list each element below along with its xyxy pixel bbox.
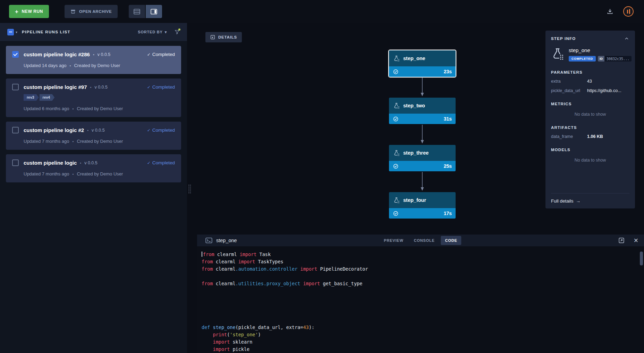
- run-created: Created by Demo User: [77, 106, 123, 111]
- artifact-row: data_frame 1.06 KB: [551, 134, 629, 139]
- sorted-by-dropdown[interactable]: SORTED BY ▾: [138, 30, 167, 34]
- close-panel-button[interactable]: ✕: [634, 238, 638, 244]
- run-card[interactable]: custom pipeline logic #2 v 0.0.5 Complet…: [6, 122, 181, 150]
- dag-edge-arrow: [420, 77, 425, 97]
- code-panel-tabs: PREVIEW CONSOLE CODE: [380, 236, 461, 245]
- topbar-right-group: [607, 6, 635, 17]
- check-circle-icon: [393, 211, 399, 216]
- run-checkbox[interactable]: [12, 51, 19, 58]
- run-status: Completed: [147, 128, 175, 133]
- split-view-button[interactable]: [146, 5, 162, 18]
- dag-edge-arrow: [420, 172, 425, 191]
- pipeline-dag-canvas[interactable]: DETAILS step_one 23s: [197, 23, 545, 235]
- run-updated: Updated 6 months ago: [24, 106, 69, 111]
- filter-active-dot: [178, 28, 180, 31]
- code-panel-header: step_one PREVIEW CONSOLE CODE ✕: [197, 235, 644, 246]
- check-icon: [147, 128, 151, 133]
- details-button[interactable]: DETAILS: [205, 32, 242, 42]
- tab-code[interactable]: CODE: [441, 236, 461, 245]
- run-title: custom pipeline logic: [24, 160, 77, 166]
- node-runtime: 17s: [444, 211, 452, 216]
- chevron-down-icon: ▾: [165, 30, 167, 34]
- plus-icon: +: [15, 9, 19, 15]
- artifacts-section-label: ARTIFACTS: [551, 125, 629, 130]
- clearml-pipelines-app: + NEW RUN OPEN ARCHIVE: [0, 0, 644, 353]
- check-icon: [147, 85, 151, 90]
- parameter-key: extra: [551, 79, 587, 84]
- check-circle-icon: [393, 69, 399, 75]
- archive-icon: [70, 9, 76, 14]
- run-created: Created by Demo User: [77, 171, 123, 176]
- run-version: v 0.0.5: [94, 85, 108, 90]
- dot-separator: [73, 139, 74, 143]
- dot-separator: [87, 128, 88, 132]
- id-label: ID: [598, 56, 604, 61]
- step-id-badge[interactable]: ID 30832c35...: [598, 56, 632, 61]
- select-all-checkbox[interactable]: [7, 29, 14, 35]
- run-status-label: Completed: [152, 52, 175, 57]
- new-run-button[interactable]: + NEW RUN: [9, 5, 49, 18]
- dag-node-step-four[interactable]: step_four 17s: [388, 191, 456, 219]
- run-status: Completed: [147, 84, 175, 90]
- check-icon: [147, 52, 151, 57]
- code-viewer: from clearml import Taskfrom clearml imp…: [197, 246, 644, 353]
- parameter-row: extra 43: [551, 79, 629, 84]
- artifact-key: data_frame: [551, 134, 587, 139]
- table-view-icon: [134, 9, 140, 15]
- run-card[interactable]: custom pipeline logic v 0.0.5 Completed …: [6, 154, 181, 182]
- code-panel-step-name: step_one: [216, 238, 237, 243]
- dot-separator: [70, 64, 71, 68]
- code-scrollbar: [640, 248, 643, 351]
- run-title: custom pipeline logic #286: [24, 51, 90, 57]
- run-status-label: Completed: [152, 84, 175, 90]
- expand-panel-button[interactable]: [618, 237, 625, 244]
- dag-node-step-three[interactable]: step_three 25s: [388, 144, 456, 172]
- node-name: step_four: [403, 197, 426, 203]
- run-meta: Updated 6 months ago Created by Demo Use…: [12, 106, 175, 111]
- split-view-icon: [151, 9, 157, 15]
- full-details-link[interactable]: Full details: [551, 193, 629, 204]
- run-checkbox[interactable]: [12, 127, 19, 133]
- collapse-panel-button[interactable]: [624, 36, 629, 41]
- dot-separator: [90, 85, 92, 89]
- node-name: step_three: [403, 150, 429, 156]
- logo-bar-icon: [629, 9, 630, 14]
- step-detail-panel: step_one PREVIEW CONSOLE CODE ✕ from cl: [197, 235, 644, 353]
- tab-console[interactable]: CONSOLE: [410, 236, 439, 245]
- open-archive-button[interactable]: OPEN ARCHIVE: [65, 5, 118, 18]
- download-icon: [607, 8, 613, 15]
- new-run-label: NEW RUN: [22, 9, 43, 14]
- tab-preview[interactable]: PREVIEW: [380, 236, 407, 245]
- runs-list-header: ▾ PIPELINE RUNS LIST SORTED BY ▾: [0, 23, 187, 41]
- scrollbar-thumb[interactable]: [640, 252, 643, 265]
- chevron-down-icon[interactable]: ▾: [16, 30, 17, 34]
- download-button[interactable]: [607, 8, 613, 15]
- run-checkbox[interactable]: [12, 159, 19, 166]
- filter-button[interactable]: [175, 30, 180, 35]
- run-version: v 0.0.5: [98, 52, 111, 57]
- dag-node-step-two[interactable]: step_two 31s: [388, 97, 456, 125]
- dag-node-step-one[interactable]: step_one 23s: [388, 50, 456, 77]
- table-view-button[interactable]: [129, 5, 145, 18]
- terminal-icon: [205, 237, 212, 244]
- run-card[interactable]: custom pipeline logic #97 v 0.0.5 Comple…: [6, 79, 181, 117]
- run-card[interactable]: custom pipeline logic #286 v 0.0.5 Compl…: [6, 46, 181, 74]
- step-info-title: STEP INFO: [551, 36, 576, 41]
- check-icon: [147, 161, 151, 165]
- artifact-value: 1.06 KB: [587, 134, 629, 139]
- details-label: DETAILS: [218, 35, 237, 39]
- full-details-label: Full details: [551, 198, 574, 204]
- user-avatar[interactable]: [623, 6, 634, 17]
- run-checkbox[interactable]: [12, 84, 19, 90]
- run-updated: Updated 14 days ago: [24, 63, 67, 68]
- open-archive-label: OPEN ARCHIVE: [79, 9, 112, 14]
- parameter-value: 43: [587, 79, 629, 84]
- metrics-empty-message: No data to show: [551, 112, 629, 117]
- flask-icon: [393, 55, 400, 62]
- node-runtime: 25s: [444, 163, 452, 169]
- run-tags: rev3 rev4: [12, 94, 175, 101]
- run-updated: Updated 7 months ago: [24, 171, 69, 176]
- drag-handle[interactable]: [188, 184, 192, 194]
- runs-list: custom pipeline logic #286 v 0.0.5 Compl…: [0, 41, 187, 353]
- node-status-bar: 17s: [389, 208, 456, 219]
